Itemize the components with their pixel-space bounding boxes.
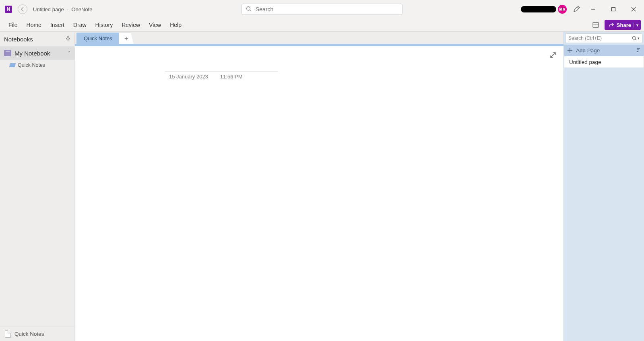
account-name-redacted	[521, 6, 556, 12]
share-icon	[609, 22, 614, 28]
title-sep: -	[67, 6, 68, 12]
pages-sidebar: Search (Ctrl+E) ▾ Add Page Untitled page	[564, 32, 644, 341]
avatar[interactable]: MA	[558, 5, 567, 14]
pages-search-placeholder: Search (Ctrl+E)	[568, 35, 602, 41]
pages-search[interactable]: Search (Ctrl+E) ▾	[566, 33, 642, 43]
menubar: File Home Insert Draw History Review Vie…	[0, 18, 644, 32]
window-title: Untitled page - OneNote	[33, 6, 92, 12]
notebook-icon	[4, 50, 11, 56]
section-name: Quick Notes	[18, 62, 45, 68]
minimize-button[interactable]	[586, 3, 601, 15]
mode-switch-icon[interactable]	[591, 20, 601, 30]
page-title-input[interactable]	[165, 65, 278, 72]
notebooks-header: Notebooks	[4, 36, 33, 43]
search-icon	[632, 36, 637, 41]
sort-icon[interactable]	[636, 47, 641, 53]
chevron-down-icon[interactable]: ▾	[638, 36, 640, 40]
page-icon	[5, 331, 10, 338]
notebook-name: My Notebook	[14, 50, 50, 57]
add-section-tab[interactable]: +	[119, 33, 134, 44]
notebook-row[interactable]: My Notebook ˄	[0, 46, 74, 60]
maximize-button[interactable]	[606, 3, 621, 15]
tab-quick-notes[interactable]: Quick Notes	[76, 33, 120, 44]
svg-rect-6	[593, 23, 599, 27]
menu-insert[interactable]: Insert	[46, 18, 69, 31]
svg-line-9	[635, 39, 636, 40]
unfiled-label: Quick Notes	[14, 331, 44, 337]
menu-draw[interactable]: Draw	[69, 18, 91, 31]
chevron-down-icon[interactable]: ▾	[634, 23, 638, 27]
svg-rect-3	[612, 8, 615, 11]
svg-line-1	[250, 10, 252, 11]
title-page: Untitled page	[33, 6, 64, 12]
share-label: Share	[617, 22, 631, 28]
editor-area: Quick Notes + 15 January 2023 11:56 PM	[75, 32, 564, 341]
page-time: 11:56 PM	[220, 74, 243, 80]
plus-icon	[567, 47, 573, 53]
page-date: 15 January 2023	[169, 74, 208, 80]
back-button[interactable]	[18, 4, 27, 14]
menu-review[interactable]: Review	[117, 18, 144, 31]
search-placeholder: Search	[256, 6, 273, 12]
section-icon	[9, 63, 16, 67]
app-icon: N	[5, 6, 12, 13]
title-app: OneNote	[71, 6, 92, 12]
global-search[interactable]: Search	[242, 4, 402, 15]
note-canvas[interactable]: 15 January 2023 11:56 PM	[75, 46, 564, 341]
svg-point-8	[633, 37, 636, 40]
menu-history[interactable]: History	[91, 18, 118, 31]
add-page-button[interactable]: Add Page	[564, 45, 644, 56]
section-row[interactable]: Quick Notes	[0, 60, 74, 70]
add-page-label: Add Page	[576, 47, 600, 53]
unfiled-section[interactable]: Quick Notes	[0, 327, 74, 341]
chevron-up-icon[interactable]: ˄	[68, 51, 70, 56]
menu-help[interactable]: Help	[165, 18, 186, 31]
titlebar: N Untitled page - OneNote Search MA	[0, 0, 644, 18]
close-button[interactable]	[626, 3, 641, 15]
page-list-item[interactable]: Untitled page	[564, 56, 644, 68]
menu-home[interactable]: Home	[22, 18, 46, 31]
notebooks-sidebar: Notebooks My Notebook ˄ Quick Notes Quic…	[0, 32, 75, 341]
search-icon	[246, 6, 252, 13]
coming-soon-icon[interactable]	[572, 5, 580, 13]
svg-point-0	[247, 6, 250, 10]
expand-icon[interactable]	[550, 52, 556, 60]
section-tabstrip: Quick Notes +	[75, 32, 564, 44]
pin-icon[interactable]	[66, 36, 70, 43]
share-button[interactable]: Share ▾	[605, 20, 641, 30]
menu-file[interactable]: File	[4, 18, 22, 31]
menu-view[interactable]: View	[144, 18, 165, 31]
